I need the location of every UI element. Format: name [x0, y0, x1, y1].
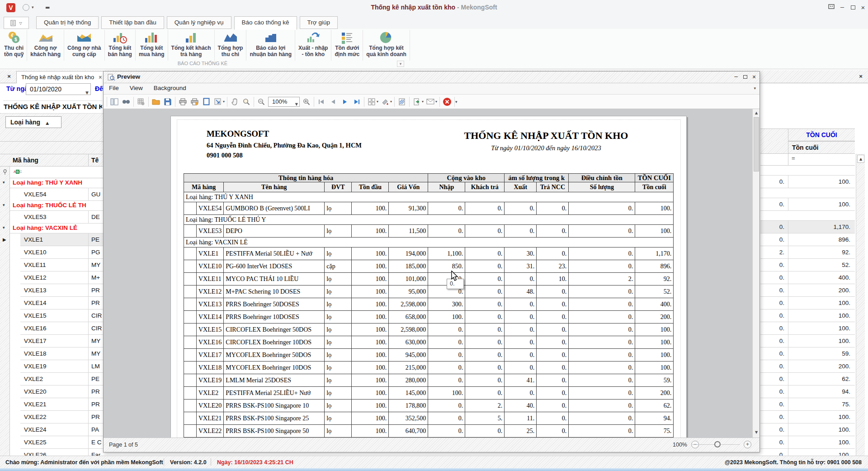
left-data-row[interactable]: VXLE14PR — [0, 297, 103, 309]
cell-ton-cuoi[interactable]: 100. — [788, 449, 855, 456]
open-icon[interactable] — [150, 96, 162, 108]
left-data-row[interactable]: VXLE15CIR — [0, 309, 103, 322]
right-scrollbar[interactable]: ▲ — [856, 154, 865, 456]
menu-view[interactable]: View — [124, 83, 148, 93]
ribbon-tab-0[interactable]: Quản trị hệ thống — [36, 16, 99, 29]
quick-access-icon[interactable] — [23, 4, 29, 11]
cell-ma-hang[interactable]: VXLE16 — [20, 322, 89, 335]
zoom-slider-knob[interactable] — [714, 441, 721, 447]
filter-pin-icon[interactable] — [0, 167, 10, 178]
preview-titlebar[interactable]: Preview ─ × — [104, 71, 760, 83]
left-group-row[interactable]: ▾Loại hàng: THUỐC LẺ TH — [0, 201, 103, 211]
cell-ma-hang[interactable]: VXLE54 — [20, 188, 89, 201]
magnifier-icon[interactable] — [241, 96, 252, 108]
cell-ten-hang[interactable]: M+ — [89, 271, 103, 284]
right-data-row[interactable]: 0.200. — [760, 284, 855, 297]
cell-ton-cuoi[interactable]: 100. — [788, 198, 855, 211]
ribbon-tab-2[interactable]: Quản lý nghiệp vụ — [167, 16, 231, 29]
cell-ma-hang[interactable]: VXLE20 — [20, 385, 89, 398]
left-data-row[interactable]: VXLE18MY — [0, 347, 103, 360]
left-data-row[interactable]: VXLE24PA — [0, 423, 103, 436]
right-data-row[interactable]: 0.100. — [760, 436, 855, 449]
left-data-row[interactable]: VXLE22PR — [0, 411, 103, 423]
column-header-ten-hang[interactable]: Tê — [89, 154, 103, 167]
column-header-ton-cuoi[interactable]: Tồn cuối — [788, 141, 855, 154]
cell-so-luong[interactable]: 0. — [760, 411, 788, 423]
cell-ma-hang[interactable]: VXLE53 — [20, 211, 89, 224]
zoom-out-icon[interactable] — [255, 96, 267, 108]
cell-so-luong[interactable]: 0. — [760, 322, 788, 335]
scroll-down-icon[interactable]: ▼ — [754, 429, 759, 436]
left-data-row[interactable]: VXLE54GU — [0, 188, 103, 201]
cell-ton-cuoi[interactable]: 100. — [788, 309, 855, 322]
cell-ma-hang[interactable]: VXLE12 — [20, 271, 89, 284]
cell-ten-hang[interactable]: PR — [89, 411, 103, 423]
cell-so-luong[interactable]: 0. — [760, 335, 788, 347]
cell-ton-cuoi[interactable]: 62. — [788, 373, 855, 385]
cell-so-luong[interactable]: 0. — [760, 423, 788, 436]
ribbon-item-8[interactable]: Xuất - nhập- tồn kho — [295, 30, 331, 61]
menu-file[interactable]: File — [104, 83, 124, 93]
close-document-left-icon[interactable]: × — [5, 72, 14, 81]
cell-so-luong[interactable]: 0. — [760, 271, 788, 284]
multipage-dropdown-icon[interactable]: ▾ — [377, 100, 378, 104]
ribbon-item-4[interactable]: Tổng kếtmua hàng — [136, 30, 168, 61]
cell-ten-hang[interactable]: E C — [89, 436, 103, 449]
left-data-row[interactable]: VXLE11MY — [0, 259, 103, 271]
right-data-row[interactable]: 0.200. — [760, 360, 855, 373]
cell-ma-hang[interactable]: VXLE11 — [20, 259, 89, 271]
cell-ton-cuoi[interactable]: 200. — [788, 360, 855, 373]
right-data-row[interactable]: 0.100. — [760, 309, 855, 322]
column-header-ma-hang[interactable]: Mã hàng — [10, 154, 89, 167]
left-data-row[interactable]: VXLE13PR — [0, 284, 103, 297]
collapse-icon[interactable]: ▾ — [3, 225, 5, 230]
cell-so-luong[interactable]: 0. — [760, 436, 788, 449]
scrollbar-thumb[interactable] — [754, 117, 759, 171]
preview-scrollbar[interactable]: ▲ ▼ — [752, 109, 760, 438]
chevron-down-icon[interactable]: ▼ — [85, 87, 89, 98]
cell-ma-hang[interactable]: VXLE22 — [20, 411, 89, 423]
right-data-row[interactable]: 2.92. — [760, 246, 855, 259]
right-data-row[interactable]: 0.94. — [760, 385, 855, 398]
customize-toolbar-icon[interactable]: ▬ — [45, 5, 50, 10]
cell-ten-hang[interactable]: GU — [89, 188, 103, 201]
save-icon[interactable] — [162, 96, 174, 108]
cell-ma-hang[interactable]: VXLE2 — [20, 373, 89, 385]
cell-ten-hang[interactable]: PR — [89, 385, 103, 398]
left-data-row[interactable]: VXLE25E C — [0, 436, 103, 449]
cell-so-luong[interactable]: 0. — [760, 221, 788, 233]
maximize-icon[interactable] — [848, 3, 858, 13]
ribbon-item-10[interactable]: Tổng hợp kếtquả kinh doanh — [363, 30, 410, 61]
cell-so-luong[interactable]: 0. — [760, 198, 788, 211]
zoom-in-icon[interactable] — [301, 96, 312, 108]
print-options-icon[interactable] — [189, 96, 200, 108]
cell-ton-cuoi[interactable]: 200. — [788, 284, 855, 297]
right-data-row[interactable]: 0.100. — [760, 297, 855, 309]
cell-ton-cuoi[interactable]: 100. — [788, 423, 855, 436]
left-data-row[interactable]: VXLE53DE — [0, 211, 103, 224]
right-filter-row[interactable]: = — [760, 154, 855, 166]
right-data-row[interactable]: 0.100. — [760, 449, 855, 456]
cell-so-luong[interactable]: 0. — [760, 373, 788, 385]
menu-background[interactable]: Background — [148, 83, 192, 93]
cell-ma-hang[interactable]: VXLE15 — [20, 309, 89, 322]
right-data-row[interactable]: 0.100. — [760, 322, 855, 335]
cell-ton-cuoi[interactable]: 100. — [788, 297, 855, 309]
page-color-icon[interactable] — [379, 96, 391, 108]
scroll-up-icon[interactable]: ▲ — [857, 155, 864, 163]
collapse-icon[interactable]: ▾ — [3, 203, 5, 207]
cell-so-luong[interactable]: 0. — [760, 347, 788, 360]
cell-ma-hang[interactable]: VXLE25 — [20, 436, 89, 449]
print-icon[interactable] — [177, 96, 189, 108]
preview-minimize-icon[interactable]: ─ — [731, 73, 741, 81]
zoom-level-combo[interactable]: 100%▼ — [268, 97, 300, 107]
left-group-row[interactable]: ▾Loại hàng: THÚ Y XANH — [0, 178, 103, 188]
cell-so-luong[interactable]: 0. — [760, 449, 788, 456]
cell-ten-hang[interactable]: PR — [89, 297, 103, 309]
customize-grid-icon[interactable] — [135, 96, 147, 108]
menubar-overflow-icon[interactable]: ▾ — [754, 86, 756, 90]
cell-ma-hang[interactable]: VXLE1 — [20, 233, 89, 246]
filter-operator[interactable]: = — [792, 155, 795, 162]
document-map-icon[interactable] — [108, 96, 120, 108]
left-data-row[interactable]: VXLE10PG — [0, 246, 103, 259]
